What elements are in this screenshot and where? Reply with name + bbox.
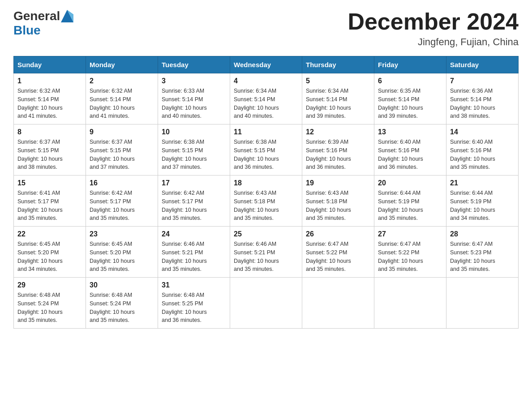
day-info: Sunrise: 6:38 AM Sunset: 5:15 PM Dayligh…	[234, 138, 298, 171]
calendar-day-cell: 3 Sunrise: 6:33 AM Sunset: 5:14 PM Dayli…	[158, 73, 230, 124]
day-number: 1	[17, 77, 82, 85]
day-number: 18	[234, 179, 298, 187]
day-info: Sunrise: 6:45 AM Sunset: 5:20 PM Dayligh…	[17, 240, 82, 274]
calendar-day-cell: 28 Sunrise: 6:47 AM Sunset: 5:23 PM Dayl…	[446, 227, 519, 278]
calendar-day-cell: 22 Sunrise: 6:45 AM Sunset: 5:20 PM Dayl…	[14, 227, 86, 278]
day-number: 20	[378, 179, 442, 187]
calendar-header: Sunday Monday Tuesday Wednesday Thursday…	[14, 56, 519, 73]
location-title: Jingfeng, Fujian, China	[348, 36, 519, 48]
calendar-week-row: 29 Sunrise: 6:48 AM Sunset: 5:24 PM Dayl…	[14, 278, 519, 329]
day-info: Sunrise: 6:42 AM Sunset: 5:17 PM Dayligh…	[162, 189, 226, 223]
day-info: Sunrise: 6:42 AM Sunset: 5:17 PM Dayligh…	[90, 189, 154, 223]
day-number: 11	[234, 128, 298, 136]
day-info: Sunrise: 6:48 AM Sunset: 5:24 PM Dayligh…	[17, 291, 82, 325]
calendar-day-cell: 1 Sunrise: 6:32 AM Sunset: 5:14 PM Dayli…	[14, 73, 86, 124]
calendar-day-cell: 29 Sunrise: 6:48 AM Sunset: 5:24 PM Dayl…	[14, 278, 86, 329]
day-info: Sunrise: 6:40 AM Sunset: 5:16 PM Dayligh…	[378, 138, 442, 171]
day-info: Sunrise: 6:45 AM Sunset: 5:20 PM Dayligh…	[90, 240, 154, 274]
calendar-day-cell	[302, 278, 374, 329]
day-info: Sunrise: 6:48 AM Sunset: 5:24 PM Dayligh…	[90, 291, 154, 325]
day-number: 10	[162, 128, 226, 136]
header-tuesday: Tuesday	[158, 56, 230, 73]
calendar-day-cell: 23 Sunrise: 6:45 AM Sunset: 5:20 PM Dayl…	[86, 227, 158, 278]
day-info: Sunrise: 6:35 AM Sunset: 5:14 PM Dayligh…	[378, 87, 442, 120]
day-number: 9	[90, 128, 154, 136]
day-info: Sunrise: 6:36 AM Sunset: 5:14 PM Dayligh…	[450, 87, 515, 120]
header-friday: Friday	[374, 56, 446, 73]
day-number: 14	[450, 128, 515, 136]
header-row: Sunday Monday Tuesday Wednesday Thursday…	[14, 56, 519, 73]
header-sunday: Sunday	[14, 56, 86, 73]
day-info: Sunrise: 6:47 AM Sunset: 5:22 PM Dayligh…	[378, 240, 442, 274]
calendar-day-cell: 27 Sunrise: 6:47 AM Sunset: 5:22 PM Dayl…	[374, 227, 446, 278]
calendar-week-row: 22 Sunrise: 6:45 AM Sunset: 5:20 PM Dayl…	[14, 227, 519, 278]
calendar-body: 1 Sunrise: 6:32 AM Sunset: 5:14 PM Dayli…	[14, 73, 519, 329]
calendar-day-cell: 24 Sunrise: 6:46 AM Sunset: 5:21 PM Dayl…	[158, 227, 230, 278]
day-info: Sunrise: 6:32 AM Sunset: 5:14 PM Dayligh…	[17, 87, 82, 120]
calendar-week-row: 15 Sunrise: 6:41 AM Sunset: 5:17 PM Dayl…	[14, 176, 519, 227]
day-info: Sunrise: 6:48 AM Sunset: 5:25 PM Dayligh…	[162, 291, 226, 325]
day-number: 30	[90, 281, 154, 289]
calendar-week-row: 8 Sunrise: 6:37 AM Sunset: 5:15 PM Dayli…	[14, 124, 519, 176]
logo-blue-text: Blue	[13, 23, 41, 37]
day-number: 31	[162, 281, 226, 289]
calendar-day-cell: 6 Sunrise: 6:35 AM Sunset: 5:14 PM Dayli…	[374, 73, 446, 124]
calendar-day-cell: 17 Sunrise: 6:42 AM Sunset: 5:17 PM Dayl…	[158, 176, 230, 227]
calendar-day-cell	[374, 278, 446, 329]
calendar-day-cell: 15 Sunrise: 6:41 AM Sunset: 5:17 PM Dayl…	[14, 176, 86, 227]
day-info: Sunrise: 6:40 AM Sunset: 5:16 PM Dayligh…	[450, 138, 515, 171]
logo: General Blue	[13, 9, 73, 38]
logo-triangle-icon	[61, 10, 73, 22]
day-number: 17	[162, 179, 226, 187]
calendar-day-cell: 25 Sunrise: 6:46 AM Sunset: 5:21 PM Dayl…	[230, 227, 302, 278]
day-number: 13	[378, 128, 442, 136]
calendar-day-cell: 8 Sunrise: 6:37 AM Sunset: 5:15 PM Dayli…	[14, 124, 86, 176]
day-info: Sunrise: 6:37 AM Sunset: 5:15 PM Dayligh…	[17, 138, 82, 171]
calendar-week-row: 1 Sunrise: 6:32 AM Sunset: 5:14 PM Dayli…	[14, 73, 519, 124]
day-number: 24	[162, 230, 226, 238]
day-number: 15	[17, 179, 82, 187]
page-header: General Blue December 2024 Jingfeng, Fuj…	[13, 9, 519, 48]
day-number: 7	[450, 77, 515, 85]
day-number: 12	[306, 128, 370, 136]
calendar-day-cell: 19 Sunrise: 6:43 AM Sunset: 5:18 PM Dayl…	[302, 176, 374, 227]
calendar-table: Sunday Monday Tuesday Wednesday Thursday…	[13, 56, 519, 329]
day-number: 27	[378, 230, 442, 238]
day-info: Sunrise: 6:44 AM Sunset: 5:19 PM Dayligh…	[378, 189, 442, 223]
day-number: 21	[450, 179, 515, 187]
calendar-day-cell: 16 Sunrise: 6:42 AM Sunset: 5:17 PM Dayl…	[86, 176, 158, 227]
day-number: 29	[17, 281, 82, 289]
calendar-day-cell: 2 Sunrise: 6:32 AM Sunset: 5:14 PM Dayli…	[86, 73, 158, 124]
day-info: Sunrise: 6:34 AM Sunset: 5:14 PM Dayligh…	[306, 87, 370, 120]
day-number: 2	[90, 77, 154, 85]
day-info: Sunrise: 6:32 AM Sunset: 5:14 PM Dayligh…	[90, 87, 154, 120]
header-monday: Monday	[86, 56, 158, 73]
calendar-day-cell: 4 Sunrise: 6:34 AM Sunset: 5:14 PM Dayli…	[230, 73, 302, 124]
day-number: 22	[17, 230, 82, 238]
day-info: Sunrise: 6:47 AM Sunset: 5:22 PM Dayligh…	[306, 240, 370, 274]
day-number: 5	[306, 77, 370, 85]
calendar-day-cell: 26 Sunrise: 6:47 AM Sunset: 5:22 PM Dayl…	[302, 227, 374, 278]
day-number: 26	[306, 230, 370, 238]
day-number: 28	[450, 230, 515, 238]
calendar-day-cell: 5 Sunrise: 6:34 AM Sunset: 5:14 PM Dayli…	[302, 73, 374, 124]
day-info: Sunrise: 6:41 AM Sunset: 5:17 PM Dayligh…	[17, 189, 82, 223]
calendar-day-cell: 12 Sunrise: 6:39 AM Sunset: 5:16 PM Dayl…	[302, 124, 374, 176]
day-number: 6	[378, 77, 442, 85]
day-info: Sunrise: 6:44 AM Sunset: 5:19 PM Dayligh…	[450, 189, 515, 223]
day-number: 4	[234, 77, 298, 85]
day-info: Sunrise: 6:46 AM Sunset: 5:21 PM Dayligh…	[234, 240, 298, 274]
day-number: 3	[162, 77, 226, 85]
day-number: 25	[234, 230, 298, 238]
day-number: 23	[90, 230, 154, 238]
day-info: Sunrise: 6:47 AM Sunset: 5:23 PM Dayligh…	[450, 240, 515, 274]
day-info: Sunrise: 6:43 AM Sunset: 5:18 PM Dayligh…	[234, 189, 298, 223]
calendar-day-cell: 7 Sunrise: 6:36 AM Sunset: 5:14 PM Dayli…	[446, 73, 519, 124]
calendar-day-cell: 9 Sunrise: 6:37 AM Sunset: 5:15 PM Dayli…	[86, 124, 158, 176]
day-info: Sunrise: 6:39 AM Sunset: 5:16 PM Dayligh…	[306, 138, 370, 171]
header-thursday: Thursday	[302, 56, 374, 73]
logo-general-text: General	[13, 9, 60, 23]
title-block: December 2024 Jingfeng, Fujian, China	[348, 9, 519, 48]
day-info: Sunrise: 6:37 AM Sunset: 5:15 PM Dayligh…	[90, 138, 154, 171]
calendar-day-cell	[230, 278, 302, 329]
